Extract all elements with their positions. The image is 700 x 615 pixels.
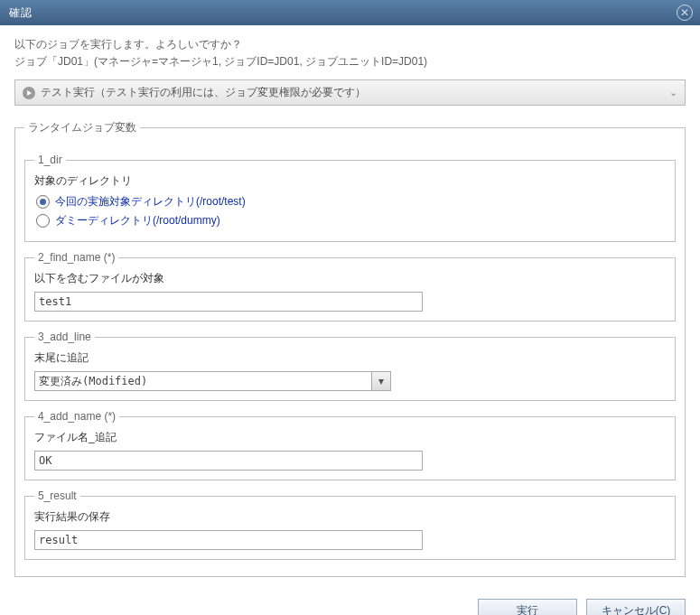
param-3-add-line: 3_add_line 末尾に追記 ▾ [24, 331, 676, 401]
param-2-legend: 2_find_name (*) [34, 251, 118, 264]
find-name-input[interactable] [34, 292, 423, 312]
dialog-footer: 実行 キャンセル(C) [0, 590, 700, 615]
expander-label: テスト実行（テスト実行の利用には、ジョブ変更権限が必要です） [41, 85, 366, 100]
confirm-dialog: 確認 ✕ 以下のジョブを実行します。よろしいですか？ ジョブ「JD01」(マネー… [0, 0, 700, 615]
chevron-down-icon[interactable]: ▾ [371, 371, 391, 391]
param-4-desc: ファイル名_追記 [34, 430, 666, 445]
runtime-variables-legend: ランタイムジョブ変数 [24, 120, 140, 135]
test-execute-expander[interactable]: テスト実行（テスト実行の利用には、ジョブ変更権限が必要です） ⌄ [14, 79, 686, 106]
dir-option-0-label: 今回の実施対象ディレクトリ(/root/test) [55, 194, 246, 210]
param-2-desc: 以下を含むファイルが対象 [34, 271, 666, 286]
dir-option-1-label: ダミーディレクトリ(/root/dummy) [55, 213, 220, 228]
runtime-variables-group: ランタイムジョブ変数 1_dir 対象のディレクトリ 今回の実施対象ディレクトリ… [14, 120, 686, 577]
result-input[interactable] [34, 530, 423, 550]
param-4-legend: 4_add_name (*) [34, 410, 119, 423]
param-5-desc: 実行結果の保存 [34, 509, 666, 525]
param-1-desc: 対象のディレクトリ [34, 173, 666, 189]
param-1-dir: 1_dir 対象のディレクトリ 今回の実施対象ディレクトリ(/root/test… [24, 154, 676, 242]
param-2-find-name: 2_find_name (*) 以下を含むファイルが対象 [24, 251, 676, 321]
param-3-legend: 3_add_line [34, 331, 95, 343]
dialog-title: 確認 [9, 5, 33, 21]
param-5-result: 5_result 実行結果の保存 [24, 489, 676, 560]
add-name-input[interactable] [34, 451, 423, 471]
param-5-legend: 5_result [34, 489, 80, 502]
confirm-message: 以下のジョブを実行します。よろしいですか？ ジョブ「JD01」(マネージャ=マネ… [14, 36, 686, 70]
param-3-desc: 末尾に追記 [34, 350, 666, 366]
dialog-body: 以下のジョブを実行します。よろしいですか？ ジョブ「JD01」(マネージャ=マネ… [0, 25, 700, 590]
param-1-legend: 1_dir [34, 154, 66, 166]
titlebar: 確認 ✕ [0, 0, 700, 25]
close-icon[interactable]: ✕ [677, 5, 693, 21]
dir-option-1[interactable]: ダミーディレクトリ(/root/dummy) [36, 213, 664, 228]
param-4-add-name: 4_add_name (*) ファイル名_追記 [24, 410, 676, 480]
radio-icon[interactable] [36, 214, 50, 228]
dir-option-0[interactable]: 今回の実施対象ディレクトリ(/root/test) [36, 194, 664, 210]
radio-icon[interactable] [36, 195, 50, 209]
confirm-message-line1: 以下のジョブを実行します。よろしいですか？ [14, 36, 686, 53]
confirm-message-line2: ジョブ「JD01」(マネージャ=マネージャ1, ジョブID=JD01, ジョブユ… [14, 53, 686, 70]
execute-button[interactable]: 実行 [478, 599, 577, 615]
chevron-down-icon: ⌄ [669, 87, 677, 98]
add-line-selected[interactable] [34, 371, 371, 391]
cancel-button[interactable]: キャンセル(C) [586, 599, 686, 615]
play-icon [23, 87, 35, 99]
add-line-combo[interactable]: ▾ [34, 371, 391, 391]
